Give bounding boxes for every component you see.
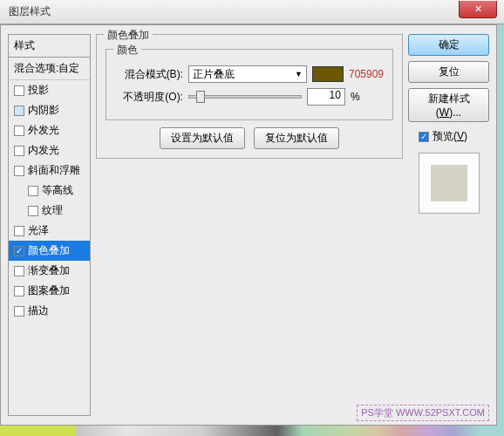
color-group-legend: 颜色 xyxy=(113,43,141,58)
opacity-label: 不透明度(O): xyxy=(115,90,183,105)
blend-mode-value: 正片叠底 xyxy=(193,67,235,82)
style-item-label: 内发光 xyxy=(28,143,59,158)
style-item[interactable]: 渐变叠加 xyxy=(9,261,90,281)
style-item[interactable]: 描边 xyxy=(9,301,90,321)
right-column: 确定 复位 新建样式(W)... ✓ 预览(V) xyxy=(408,34,489,416)
title-bar: 图层样式 ✕ xyxy=(0,0,504,24)
dialog-title: 图层样式 xyxy=(9,4,51,19)
style-checkbox[interactable] xyxy=(14,306,24,317)
style-item[interactable]: 投影 xyxy=(9,80,90,100)
watermark-right: WWW.52PSXT.COM xyxy=(396,407,485,418)
style-list: 样式 混合选项:自定 投影内阴影外发光内发光斜面和浮雕等高线纹理光泽✓颜色叠加渐… xyxy=(8,34,91,416)
color-hex: 705909 xyxy=(349,68,384,80)
opacity-input[interactable]: 10 xyxy=(307,88,345,106)
blend-options-header[interactable]: 混合选项:自定 xyxy=(9,58,90,80)
opacity-unit: % xyxy=(351,91,360,103)
style-item[interactable]: 内发光 xyxy=(9,140,90,160)
blend-mode-row: 混合模式(B): 正片叠底 ▼ 705909 xyxy=(115,65,384,83)
ok-button[interactable]: 确定 xyxy=(408,34,489,56)
style-item-label: 颜色叠加 xyxy=(28,243,70,258)
reset-default-button[interactable]: 复位为默认值 xyxy=(254,127,339,149)
dialog-body: 样式 混合选项:自定 投影内阴影外发光内发光斜面和浮雕等高线纹理光泽✓颜色叠加渐… xyxy=(0,24,497,426)
preview-checkbox[interactable]: ✓ xyxy=(419,132,429,142)
style-checkbox[interactable] xyxy=(14,286,24,296)
style-item[interactable]: 外发光 xyxy=(9,120,90,140)
preview-swatch xyxy=(431,165,467,201)
style-item[interactable]: ✓颜色叠加 xyxy=(9,241,90,261)
style-checkbox[interactable] xyxy=(28,206,38,216)
style-item-label: 图案叠加 xyxy=(28,283,70,298)
style-item[interactable]: 内阴影 xyxy=(9,100,90,120)
style-checkbox[interactable] xyxy=(14,166,24,176)
style-item[interactable]: 图案叠加 xyxy=(9,281,90,301)
style-list-header[interactable]: 样式 xyxy=(9,35,90,58)
color-group: 颜色 混合模式(B): 正片叠底 ▼ 705909 不透明度(O): xyxy=(106,49,393,120)
style-item-label: 斜面和浮雕 xyxy=(28,163,80,178)
style-checkbox[interactable]: ✓ xyxy=(14,246,24,256)
style-item-label: 外发光 xyxy=(28,123,59,138)
style-checkbox[interactable] xyxy=(14,126,24,136)
slider-thumb[interactable] xyxy=(196,91,205,103)
style-item[interactable]: 纹理 xyxy=(9,201,90,221)
style-checkbox[interactable] xyxy=(14,226,24,236)
color-swatch[interactable] xyxy=(312,66,344,82)
preview-checkbox-row[interactable]: ✓ 预览(V) xyxy=(408,127,489,147)
style-checkbox[interactable] xyxy=(28,186,38,196)
cancel-button[interactable]: 复位 xyxy=(408,61,489,83)
style-checkbox[interactable] xyxy=(14,106,24,116)
style-item[interactable]: 光泽 xyxy=(9,221,90,241)
watermark-left: PS学堂 xyxy=(361,407,393,418)
blend-mode-label: 混合模式(B): xyxy=(115,67,183,82)
opacity-slider[interactable] xyxy=(188,95,302,99)
style-checkbox[interactable] xyxy=(14,85,24,96)
opacity-row: 不透明度(O): 10 % xyxy=(115,88,384,106)
style-item[interactable]: 等高线 xyxy=(9,181,90,201)
style-item-label: 纹理 xyxy=(42,203,63,218)
preview-box xyxy=(419,153,480,214)
style-item[interactable]: 斜面和浮雕 xyxy=(9,160,90,181)
style-item-label: 渐变叠加 xyxy=(28,263,70,278)
close-button[interactable]: ✕ xyxy=(459,1,497,18)
color-overlay-group: 颜色叠加 颜色 混合模式(B): 正片叠底 ▼ 705909 不透明度(O): xyxy=(96,34,403,159)
default-buttons-row: 设置为默认值 复位为默认值 xyxy=(106,127,393,149)
style-checkbox[interactable] xyxy=(14,266,24,276)
preview-label: 预览(V) xyxy=(432,129,467,144)
style-item-label: 光泽 xyxy=(28,223,49,238)
settings-panel: 颜色叠加 颜色 混合模式(B): 正片叠底 ▼ 705909 不透明度(O): xyxy=(91,34,408,416)
blend-mode-dropdown[interactable]: 正片叠底 ▼ xyxy=(188,65,307,83)
style-item-label: 描边 xyxy=(28,303,49,318)
panel-title: 颜色叠加 xyxy=(104,28,153,43)
style-checkbox[interactable] xyxy=(14,146,24,156)
watermark: PS学堂 WWW.52PSXT.COM xyxy=(357,405,489,421)
new-style-button[interactable]: 新建样式(W)... xyxy=(408,88,489,122)
style-item-label: 投影 xyxy=(28,83,49,98)
chevron-down-icon: ▼ xyxy=(295,70,303,78)
style-item-label: 内阴影 xyxy=(28,103,59,118)
set-default-button[interactable]: 设置为默认值 xyxy=(160,127,245,149)
style-item-label: 等高线 xyxy=(42,183,73,198)
